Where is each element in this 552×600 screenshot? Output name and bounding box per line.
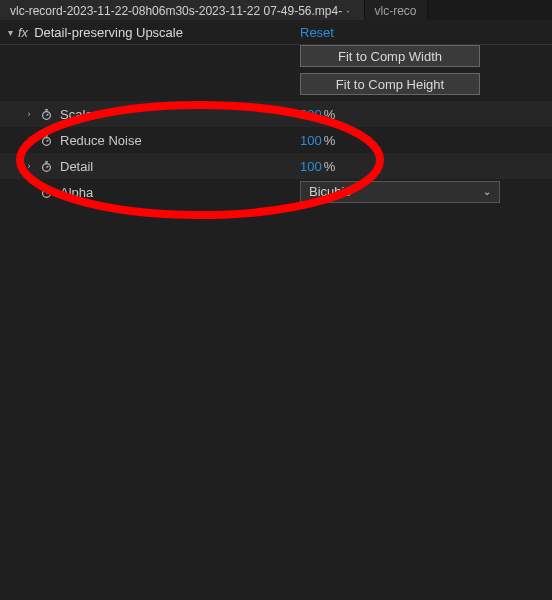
alpha-select[interactable]: Bicubic ⌄ [300,181,500,203]
chevron-right-icon[interactable]: › [24,135,34,145]
scale-value[interactable]: 200 [300,107,322,122]
fit-to-comp-width-button[interactable]: Fit to Comp Width [300,45,480,67]
detail-unit: % [324,159,336,174]
svg-rect-13 [45,187,48,188]
fx-icon[interactable]: fx [18,25,28,40]
chevron-right-icon[interactable]: › [24,161,34,171]
prop-detail: › Detail 100 % [0,153,552,179]
fit-to-comp-height-button[interactable]: Fit to Comp Height [300,73,480,95]
stopwatch-icon[interactable] [38,158,54,174]
detail-value[interactable]: 100 [300,159,322,174]
effect-name: Detail-preserving Upscale [34,25,183,40]
tab-bar: vlc-record-2023-11-22-08h06m30s-2023-11-… [0,0,552,20]
prop-alpha: › Alpha Bicubic ⌄ [0,179,552,205]
scale-unit: % [324,107,336,122]
svg-rect-5 [45,135,48,136]
reset-link[interactable]: Reset [300,25,334,40]
svg-line-11 [46,166,48,167]
svg-rect-1 [45,109,48,110]
scale-label: Scale [60,107,93,122]
svg-line-7 [46,140,48,141]
reduce-noise-unit: % [324,133,336,148]
stopwatch-icon[interactable] [38,132,54,148]
svg-line-3 [46,114,48,115]
tab-inactive-label: vlc-reco [375,4,417,18]
chevron-down-icon: ⌄ [483,181,491,203]
svg-rect-9 [45,161,48,162]
fit-width-row: Fit to Comp Width [0,45,552,73]
detail-label: Detail [60,159,93,174]
tab-active-label: vlc-record-2023-11-22-08h06m30s-2023-11-… [10,4,342,18]
svg-line-15 [46,192,48,193]
svg-point-0 [42,111,50,119]
tab-active[interactable]: vlc-record-2023-11-22-08h06m30s-2023-11-… [0,0,365,20]
prop-scale: › Scale 200 % [0,101,552,127]
reduce-noise-label: Reduce Noise [60,133,142,148]
reduce-noise-value[interactable]: 100 [300,133,322,148]
alpha-select-value: Bicubic [309,181,351,203]
alpha-label: Alpha [60,185,93,200]
fit-height-row: Fit to Comp Height [0,73,552,101]
chevron-right-icon[interactable]: › [24,109,34,119]
stopwatch-icon[interactable] [38,106,54,122]
prop-reduce-noise: › Reduce Noise 100 % [0,127,552,153]
chevron-down-icon[interactable]: ▾ [4,27,16,38]
effect-header: ▾ fx Detail-preserving Upscale Reset [0,20,552,45]
tab-inactive[interactable]: vlc-reco [365,0,428,20]
stopwatch-icon[interactable] [38,184,54,200]
tab-separator: · [346,4,349,18]
